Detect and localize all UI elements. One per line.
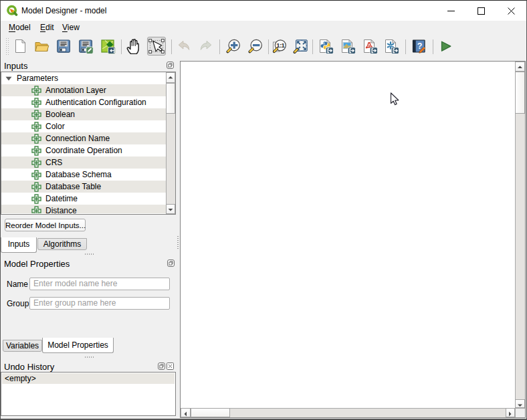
- svg-text:1:1: 1:1: [276, 41, 285, 49]
